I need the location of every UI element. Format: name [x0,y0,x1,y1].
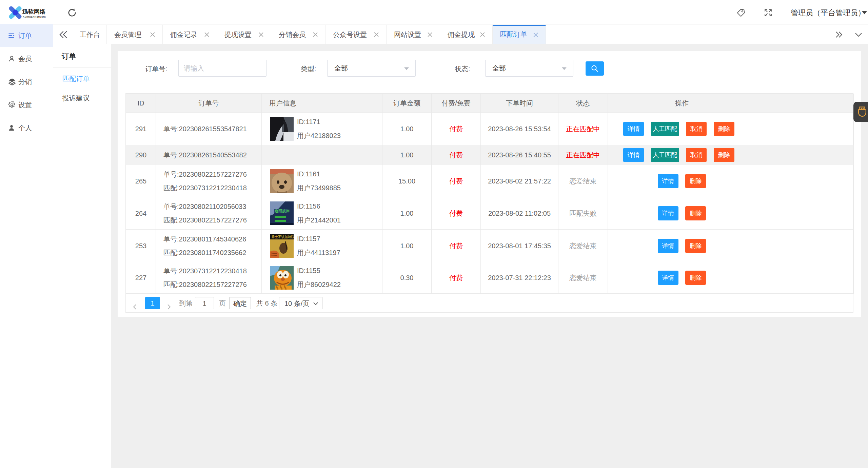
svg-text:勇士不该被嘲笑: 勇士不该被嘲笑 [271,235,294,239]
svg-text:逸阳披岸: 逸阳披岸 [275,209,290,213]
